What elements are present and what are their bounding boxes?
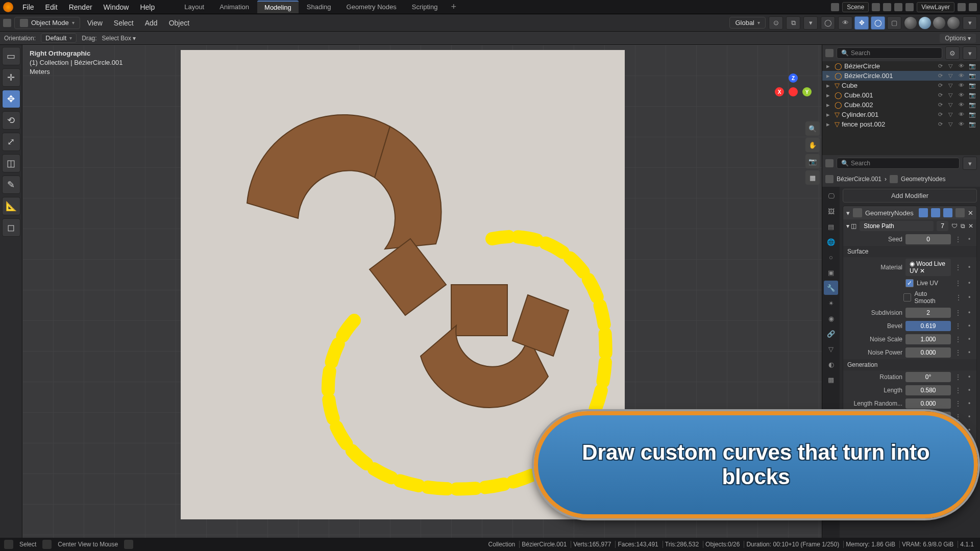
tool-measure[interactable]: 📐 — [2, 197, 20, 215]
menu-edit[interactable]: Edit — [40, 2, 63, 13]
surface-section[interactable]: Surface — [843, 246, 976, 257]
axis-y-icon[interactable]: Y — [802, 87, 812, 96]
filter2-button[interactable]: ▾ — [963, 157, 977, 170]
add-modifier-button[interactable]: Add Modifier — [843, 189, 977, 203]
modifier-panel-header[interactable]: ▾ GeometryNodes ✕ — [843, 206, 976, 219]
delete-scene-icon[interactable] — [894, 3, 902, 11]
shading-options[interactable]: ▾ — [963, 16, 977, 30]
tool-cursor[interactable]: ✛ — [2, 68, 20, 87]
tool-annotate[interactable]: ✎ — [2, 176, 20, 194]
add-workspace-button[interactable]: + — [446, 2, 461, 12]
tab-object-icon[interactable]: ▣ — [824, 265, 838, 280]
transform-orientation[interactable]: Global — [729, 17, 766, 29]
mode-selector[interactable]: Object Mode — [14, 17, 80, 29]
tool-move[interactable]: ✥ — [2, 90, 20, 108]
menu-render[interactable]: Render — [64, 2, 97, 13]
outliner-item[interactable]: ▸▽fence post.002⟳▽👁📷 — [822, 119, 980, 129]
outliner-item[interactable]: ▸◯BézierCircle⟳▽👁📷 — [822, 61, 980, 71]
tab-layout[interactable]: Layout — [177, 1, 211, 13]
wireframe-shading[interactable] — [904, 17, 917, 29]
nodegroup-name[interactable]: Stone Path — [860, 221, 934, 231]
tab-physics-icon[interactable]: ◉ — [824, 311, 838, 325]
material-shading[interactable] — [933, 17, 945, 29]
options-dropdown[interactable]: Options ▾ — [940, 34, 976, 43]
new-scene-icon[interactable] — [883, 3, 891, 11]
tool-rotate[interactable]: ⟲ — [2, 111, 20, 130]
close-modifier-icon[interactable]: ✕ — [968, 209, 973, 217]
outliner-item[interactable]: ▸▽Cube⟳▽👁📷 — [822, 81, 980, 90]
camera-view-icon[interactable]: 📷 — [805, 154, 820, 168]
autosmooth-checkbox[interactable] — [903, 293, 911, 302]
tab-modifiers-icon[interactable]: 🔧 — [824, 281, 838, 295]
view-menu[interactable]: View — [83, 17, 107, 29]
orientation-dropdown[interactable]: Default — [41, 33, 77, 43]
viewport-3d[interactable]: Right Orthographic (1) Collection | Bézi… — [22, 45, 822, 538]
outliner-item[interactable]: ▸◯BézierCircle.001⟳▽👁📷 — [822, 71, 980, 81]
tab-world-icon[interactable]: ○ — [824, 250, 838, 264]
length-input[interactable]: 0.580 — [905, 385, 951, 395]
nodegroup-users[interactable]: 7 — [937, 221, 948, 231]
outliner-search2[interactable]: 🔍 Search — [837, 158, 960, 169]
rotation-input[interactable]: 0° — [905, 372, 951, 382]
tab-shading[interactable]: Shading — [300, 1, 338, 13]
lengthrand-input[interactable]: 0.000 — [905, 398, 951, 409]
tab-view-icon[interactable]: ▤ — [824, 219, 838, 234]
tab-particles-icon[interactable]: ✴ — [824, 296, 838, 310]
duplicate-icon[interactable]: ⧉ — [961, 222, 965, 230]
pin-icon[interactable] — [872, 3, 880, 11]
select-menu[interactable]: Select — [110, 17, 138, 29]
noisepow-input[interactable]: 0.000 — [905, 347, 951, 358]
menu-help[interactable]: Help — [135, 2, 160, 13]
tab-modeling[interactable]: Modeling — [257, 1, 299, 13]
tab-texture-icon[interactable]: ▩ — [824, 372, 838, 387]
drag-mode[interactable]: Select Box ▾ — [102, 35, 136, 42]
liveuv-checkbox[interactable]: ✓ — [905, 279, 914, 287]
tab-render-icon[interactable]: 🖵 — [824, 189, 838, 203]
pivot-point-button[interactable]: ⊙ — [769, 16, 783, 30]
toggle-realtime-icon[interactable] — [919, 208, 928, 217]
menu-window[interactable]: Window — [99, 2, 134, 13]
filter-button[interactable]: ⚙ — [945, 46, 960, 60]
seed-input[interactable]: 0 — [905, 234, 951, 244]
axis-x-icon[interactable]: X — [775, 87, 784, 96]
delete-viewlayer-icon[interactable] — [969, 3, 977, 11]
perspective-toggle-icon[interactable]: ▦ — [805, 170, 820, 185]
new-collection-icon[interactable]: ▾ — [963, 46, 977, 60]
menu-file[interactable]: File — [17, 2, 39, 13]
snap-options-button[interactable]: ▾ — [803, 16, 818, 30]
outliner-item[interactable]: ▸◯Cube.001⟳▽👁📷 — [822, 90, 980, 100]
nodegroup-icon[interactable]: ▾ ◫ — [846, 222, 856, 230]
outliner-tree[interactable]: ▸◯BézierCircle⟳▽👁📷▸◯BézierCircle.001⟳▽👁📷… — [822, 61, 980, 155]
tab-constraints-icon[interactable]: 🔗 — [824, 327, 838, 341]
rendered-shading[interactable] — [947, 17, 960, 29]
object-menu[interactable]: Object — [165, 17, 193, 29]
tab-geometry-nodes[interactable]: Geometry Nodes — [339, 1, 404, 13]
generation-section[interactable]: Generation — [843, 359, 976, 370]
toggle-edit-icon[interactable] — [943, 208, 952, 217]
unlink-icon[interactable]: ✕ — [968, 222, 973, 230]
tab-animation[interactable]: Animation — [212, 1, 256, 13]
proportional-edit-button[interactable]: ◯ — [821, 16, 835, 30]
outliner-item[interactable]: ▸◯Cube.002⟳▽👁📷 — [822, 100, 980, 110]
bevel-input[interactable]: 0.619 — [905, 321, 951, 331]
editor-type-icon[interactable] — [3, 19, 11, 27]
scene-selector[interactable]: Scene — [842, 2, 869, 12]
solid-shading[interactable] — [919, 17, 931, 29]
new-viewlayer-icon[interactable] — [958, 3, 966, 11]
add-menu[interactable]: Add — [141, 17, 162, 29]
xray-toggle[interactable]: ▢ — [887, 16, 901, 30]
tool-select-box[interactable]: ▭ — [2, 47, 20, 65]
axis-z-icon[interactable]: Z — [789, 73, 798, 83]
overlay-toggle[interactable]: ◯ — [871, 16, 885, 30]
outliner-search[interactable]: 🔍 Search — [837, 47, 942, 59]
tab-scene-icon[interactable]: 🌐 — [824, 235, 838, 249]
noisescale-input[interactable]: 1.000 — [905, 334, 951, 344]
snap-button[interactable]: ⧉ — [786, 16, 800, 30]
material-input[interactable]: ◉ Wood Live UV ✕ — [905, 259, 951, 276]
seed-menu-icon[interactable]: ⋮ — [954, 236, 962, 243]
outliner-item[interactable]: ▸▽Cylinder.001⟳▽👁📷 — [822, 110, 980, 119]
pan-icon[interactable]: ✋ — [805, 138, 820, 152]
navigation-gizmo[interactable]: Z X Y — [775, 73, 812, 110]
collection-icon[interactable] — [825, 159, 834, 167]
tool-scale[interactable]: ⤢ — [2, 133, 20, 151]
